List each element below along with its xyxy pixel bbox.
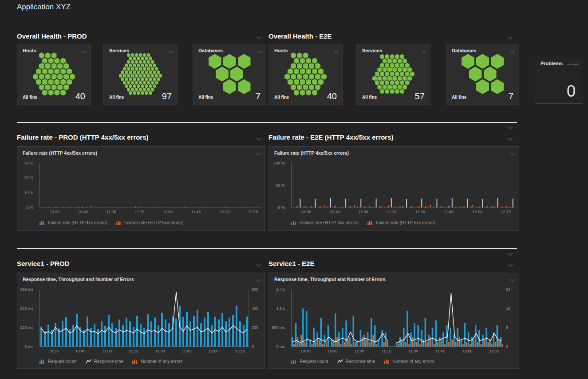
tile-problems[interactable]: Problems 0 [535, 57, 582, 104]
chevron-down-icon[interactable] [257, 48, 263, 52]
hexagon-healthy [141, 84, 144, 88]
hexagon-healthy [42, 90, 47, 96]
tile-title: Databases [452, 48, 476, 53]
hexagon-healthy [398, 59, 402, 64]
y-axis-tick-label: 1.6 s [276, 306, 285, 311]
tile-services-e2e[interactable]: Services All fine 57 [356, 44, 430, 105]
chart-canvas[interactable] [291, 289, 503, 347]
hexagon-healthy [137, 91, 140, 95]
chevron-down-icon[interactable] [256, 262, 262, 266]
chevron-down-icon[interactable] [509, 150, 516, 155]
legend-item[interactable]: Response time [86, 359, 124, 364]
hexagon-healthy [143, 88, 146, 92]
tile-databases-e2e[interactable]: Databases All fine 7 [446, 44, 519, 105]
tile-title: Services [109, 48, 129, 53]
hexagon-healthy [125, 84, 128, 88]
legend-item[interactable]: Response time [337, 359, 375, 364]
hexagon-healthy [54, 68, 59, 74]
chevron-down-icon[interactable] [256, 135, 262, 140]
x-axis-tick-label: 11:45 [444, 210, 454, 214]
chevron-down-icon[interactable] [507, 262, 513, 266]
hexagon-healthy [491, 79, 504, 94]
tile-hosts-prod[interactable]: Hosts All fine 40 [17, 44, 91, 105]
chart-tile-service-prod[interactable]: Response time, Throughput and Number of … [17, 273, 265, 369]
chevron-down-icon[interactable] [421, 48, 427, 52]
legend-item[interactable]: Failure rate (HTTP 4xx errors) [39, 220, 107, 225]
chart-plot-area[interactable] [291, 289, 503, 347]
hexagon-healthy [318, 68, 324, 74]
hexagon-healthy [147, 88, 150, 92]
status-label: All fine [274, 95, 289, 100]
hexagon-healthy [294, 90, 299, 96]
hexagon-healthy [67, 79, 72, 85]
chevron-down-icon[interactable] [255, 277, 261, 281]
honeycomb [193, 54, 266, 94]
bar-legend-icon [132, 359, 138, 364]
entity-count: 7 [256, 91, 260, 102]
hexagon-healthy [123, 81, 126, 85]
hexagon-healthy [476, 79, 489, 94]
y-axis-tick-label: 240 ms [20, 306, 33, 311]
chevron-down-icon[interactable] [333, 48, 339, 52]
hexagon-healthy [135, 88, 138, 92]
tile-databases-prod[interactable]: Databases All fine 7 [193, 44, 266, 105]
hexagon-healthy [306, 90, 311, 96]
hexagon-healthy [155, 67, 158, 71]
legend-item[interactable]: Failure rate (HTTP 5xx errors) [367, 220, 435, 225]
problems-count: 0 [567, 82, 576, 101]
hexagon-healthy [315, 63, 320, 69]
legend-item[interactable]: Request count [291, 359, 328, 364]
hexagon-healthy [403, 59, 407, 64]
chevron-down-icon[interactable] [572, 61, 579, 65]
hexagon-healthy [129, 91, 132, 95]
tile-hosts-e2e[interactable]: Hosts All fine 40 [268, 44, 343, 105]
chart-tile-failure-prod[interactable]: Failure rate (HTTP 4xx/5xx errors) 30 %2… [17, 146, 265, 231]
chart-plot-area[interactable] [39, 163, 262, 207]
hexagon-healthy [45, 74, 51, 80]
hexagon-healthy [48, 58, 54, 64]
hexagon-healthy [291, 74, 296, 80]
hexagon-healthy [63, 74, 69, 80]
x-axis: 10:3010:4511:0011:1511:3011:4512:0012:15 [39, 210, 262, 215]
hexagon-healthy [127, 88, 130, 92]
tile-services-prod[interactable]: Services All fine 97 [103, 44, 178, 105]
chevron-down-icon[interactable] [507, 250, 513, 255]
hexagon-healthy [294, 58, 299, 64]
chart-canvas[interactable] [39, 289, 249, 347]
legend-label: Failure rate (HTTP 4xx errors) [48, 220, 107, 225]
hexagon-healthy [403, 67, 407, 72]
legend-item[interactable]: Failure rate (HTTP 5xx errors) [116, 220, 183, 225]
hexagon-healthy [42, 68, 47, 74]
hexagon-healthy [131, 67, 134, 71]
hexagon-healthy [151, 60, 154, 64]
hexagon-healthy [57, 74, 63, 80]
chevron-down-icon[interactable] [507, 135, 513, 140]
chevron-down-icon[interactable] [507, 34, 513, 39]
chevron-down-icon[interactable] [255, 150, 261, 155]
legend-item[interactable]: Number of any errors [132, 359, 182, 364]
chart-tile-service-e2e[interactable]: Response time, Throughput and Number of … [268, 273, 519, 369]
x-axis-tick-label: 10:45 [328, 349, 338, 353]
chevron-down-icon[interactable] [509, 48, 516, 52]
hexagon-healthy [387, 59, 392, 64]
chart-tile-failure-e2e[interactable]: Failure rate (HTTP 4xx/5xx errors) 100 %… [268, 146, 519, 231]
chart-plot-area[interactable] [291, 163, 515, 207]
legend-item[interactable]: Request count [39, 359, 77, 364]
chevron-down-icon[interactable] [509, 277, 516, 281]
chevron-down-icon[interactable] [81, 48, 87, 52]
chevron-down-icon[interactable] [507, 124, 513, 129]
y-axis-tick-label: 120 ms [20, 325, 33, 330]
chevron-down-icon[interactable] [168, 48, 174, 52]
hexagon-healthy [143, 81, 146, 85]
chart-title: Failure rate (HTTP 4xx/5xx errors) [274, 150, 349, 156]
hexagon-healthy [127, 67, 130, 71]
legend-item[interactable]: Failure rate (HTTP 4xx errors) [291, 220, 359, 225]
y-axis-tick-label: 600 [252, 287, 258, 292]
chart-canvas[interactable] [39, 163, 262, 207]
hexagon-healthy [137, 70, 140, 74]
x-axis: 10:3010:4511:0011:1511:3011:4512:0012:15 [39, 349, 249, 354]
chart-canvas[interactable] [291, 163, 515, 207]
legend-item[interactable]: Number of any errors [384, 359, 434, 364]
chevron-down-icon[interactable] [256, 34, 262, 39]
chart-plot-area[interactable] [39, 289, 249, 347]
